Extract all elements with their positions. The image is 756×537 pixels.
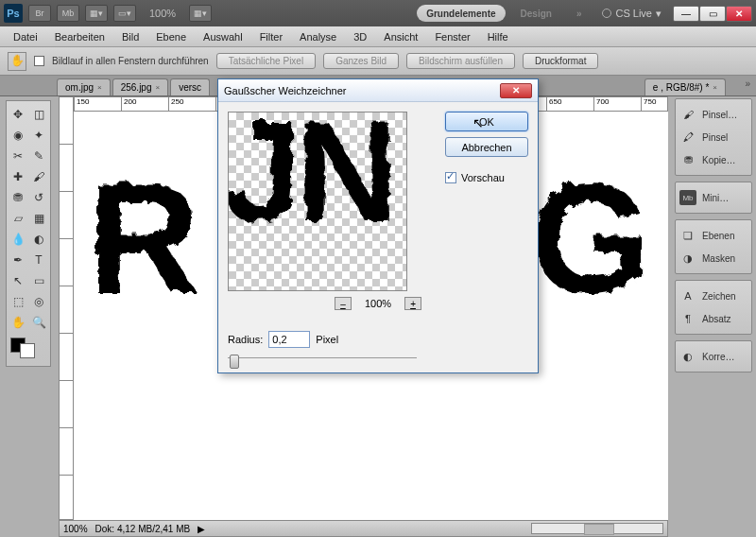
status-doc[interactable]: Dok: 4,12 MB/2,41 MB: [95, 524, 191, 534]
fit-screen-button[interactable]: Ganzes Bild: [323, 53, 399, 69]
close-icon[interactable]: ×: [713, 83, 717, 92]
menu-ansicht[interactable]: Ansicht: [376, 29, 425, 44]
arrange-docs-button[interactable]: ▦▾: [85, 5, 108, 22]
brush-tool[interactable]: 🖌: [29, 167, 48, 186]
radius-unit: Pixel: [316, 334, 338, 345]
workspace-more[interactable]: »: [567, 5, 592, 22]
menu-fenster[interactable]: Fenster: [427, 29, 477, 44]
menu-auswahl[interactable]: Auswahl: [196, 29, 250, 44]
lasso-tool[interactable]: ◉: [9, 126, 27, 145]
doc-tab-2[interactable]: 256.jpg×: [112, 78, 168, 95]
cancel-button[interactable]: Abbrechen: [445, 137, 528, 157]
preview-checkbox[interactable]: [445, 172, 456, 183]
fill-screen-button[interactable]: Bildschirm ausfüllen: [406, 53, 515, 69]
menu-filter[interactable]: Filter: [252, 29, 290, 44]
preview-area[interactable]: JN: [228, 112, 407, 291]
minibridge-icon: Mb: [679, 190, 696, 205]
bridge-button[interactable]: Br: [28, 5, 51, 22]
doc-tab-active[interactable]: e , RGB/8#) *×: [644, 78, 726, 95]
preview-label: Vorschau: [461, 172, 505, 183]
panel-zeichen[interactable]: AZeichen: [678, 285, 749, 307]
brush-icon: 🖍: [679, 130, 696, 145]
minibridge-button[interactable]: Mb: [57, 5, 79, 22]
panel-ebenen[interactable]: ❏Ebenen: [678, 224, 749, 247]
eraser-tool[interactable]: ▱: [9, 209, 27, 228]
adjustments-icon: ◐: [679, 349, 696, 364]
cs-live-button[interactable]: CS Live ▾: [596, 8, 667, 20]
type-tool[interactable]: T: [29, 251, 48, 269]
actual-pixels-button[interactable]: Tatsächliche Pixel: [216, 53, 316, 69]
doc-tab-1[interactable]: om.jpg×: [57, 78, 111, 95]
dialog-title: Gaußscher Weichzeichner: [224, 85, 500, 96]
panel-pinsel[interactable]: 🖍Pinsel: [678, 126, 749, 148]
gradient-tool[interactable]: ▦: [29, 209, 48, 228]
zoom-out-button[interactable]: –: [335, 297, 352, 310]
pen-tool[interactable]: ✒: [9, 251, 27, 269]
tool-palette: ✥◫ ◉✦ ✂✎ ✚🖌 ⛃↺ ▱▦ 💧◐ ✒T ↖▭ ⬚◎ ✋🔍: [6, 100, 51, 367]
ruler-vertical: [59, 96, 74, 520]
screen-mode-button[interactable]: ▭▾: [113, 5, 136, 22]
move-tool[interactable]: ✥: [9, 105, 27, 124]
status-zoom[interactable]: 100%: [63, 524, 88, 534]
panel-kopie[interactable]: ⛃Kopie…: [678, 148, 749, 171]
zoom-readout[interactable]: 100%: [142, 8, 183, 19]
menu-ebene[interactable]: Ebene: [148, 29, 194, 44]
window-close[interactable]: ✕: [726, 6, 752, 22]
canvas-letter: G: [527, 159, 648, 315]
dialog-close-button[interactable]: ✕: [500, 83, 532, 98]
history-brush-tool[interactable]: ↺: [29, 188, 48, 207]
menu-hilfe[interactable]: Hilfe: [480, 29, 516, 44]
dialog-titlebar[interactable]: Gaußscher Weichzeichner ✕: [218, 79, 538, 102]
panel-korrekturen[interactable]: ◐Korre…: [678, 345, 749, 368]
panel-absatz[interactable]: ¶Absatz: [678, 307, 749, 330]
menu-datei[interactable]: Datei: [6, 29, 45, 44]
mini-panel-group: MbMini…: [675, 182, 752, 214]
zoom-in-button[interactable]: +: [404, 297, 421, 310]
extras-button[interactable]: ▦▾: [189, 5, 212, 22]
3d-camera-tool[interactable]: ◎: [29, 292, 48, 311]
brush-panel-group: 🖌Pinsel… 🖍Pinsel ⛃Kopie…: [675, 98, 752, 176]
hand-tool-icon[interactable]: [8, 52, 26, 71]
status-menu[interactable]: ▶: [198, 524, 205, 534]
print-size-button[interactable]: Druckformat: [523, 53, 598, 69]
marquee-tool[interactable]: ◫: [29, 105, 48, 124]
zoom-percent: 100%: [365, 298, 391, 309]
menu-bearbeiten[interactable]: Bearbeiten: [47, 29, 112, 44]
window-maximize[interactable]: ▭: [699, 6, 726, 22]
path-select-tool[interactable]: ↖: [9, 271, 27, 290]
doc-tab-3[interactable]: versc: [170, 78, 210, 95]
horizontal-scrollbar[interactable]: [531, 523, 663, 534]
menu-analyse[interactable]: Analyse: [292, 29, 344, 44]
panel-masken[interactable]: ◑Masken: [678, 247, 749, 269]
scroll-all-checkbox[interactable]: [34, 56, 44, 66]
workspace-design[interactable]: Design: [511, 5, 561, 22]
panel-minibridge[interactable]: MbMini…: [678, 186, 749, 209]
crop-tool[interactable]: ✂: [9, 147, 27, 165]
panel-pinsel-preset[interactable]: 🖌Pinsel…: [678, 103, 749, 126]
menu-bild[interactable]: Bild: [114, 29, 146, 44]
close-icon[interactable]: ×: [156, 83, 161, 92]
close-icon[interactable]: ×: [97, 83, 102, 92]
tabs-overflow[interactable]: »: [745, 78, 750, 89]
hand-tool[interactable]: ✋: [9, 313, 27, 332]
wand-tool[interactable]: ✦: [29, 126, 48, 145]
ok-button[interactable]: OK: [445, 112, 528, 131]
radius-slider[interactable]: [228, 357, 417, 363]
3d-tool[interactable]: ⬚: [9, 292, 27, 311]
eyedropper-tool[interactable]: ✎: [29, 147, 48, 165]
workspace-grundelemente[interactable]: Grundelemente: [417, 5, 505, 22]
dodge-tool[interactable]: ◐: [29, 230, 48, 249]
blur-tool[interactable]: 💧: [9, 230, 27, 249]
color-swatches[interactable]: [9, 334, 48, 362]
radius-input[interactable]: [268, 331, 310, 348]
shape-tool[interactable]: ▭: [29, 271, 48, 290]
heal-tool[interactable]: ✚: [9, 167, 27, 186]
background-swatch[interactable]: [20, 343, 35, 358]
status-bar: 100% Dok: 4,12 MB/2,41 MB ▶: [59, 520, 668, 537]
zoom-tool[interactable]: 🔍: [29, 313, 48, 332]
window-minimize[interactable]: —: [673, 6, 699, 22]
scroll-all-label: Bildlauf in allen Fenstern durchführen: [52, 56, 209, 66]
preview-content: JN: [228, 112, 391, 241]
stamp-tool[interactable]: ⛃: [9, 188, 27, 207]
menu-3d[interactable]: 3D: [346, 29, 374, 44]
